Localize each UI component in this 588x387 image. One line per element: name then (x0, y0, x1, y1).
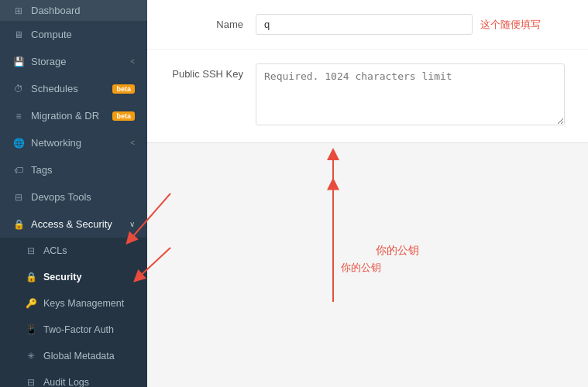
compute-icon: 🖥 (12, 29, 25, 40)
sidebar-item-label: Dashboard (31, 5, 135, 16)
annotations-svg: 你的公钥 (147, 143, 588, 387)
lock-icon: 🔒 (12, 219, 25, 230)
sidebar-item-schedules[interactable]: ⏱ Schedules beta (0, 75, 147, 102)
annotation-area: 你的公钥 (147, 143, 588, 387)
sidebar-item-networking[interactable]: 🌐 Networking < (0, 129, 147, 156)
sidebar-subitem-label: Two-Factor Auth (43, 324, 135, 335)
sidebar-item-security[interactable]: 🔒 Security (0, 264, 147, 290)
form-panel: Name 这个随便填写 Public SSH Key (147, 0, 588, 143)
beta-badge: beta (112, 84, 135, 94)
sidebar-subitem-label: Audit Logs (43, 377, 135, 387)
sidebar-item-keys[interactable]: 🔑 Keys Management (0, 290, 147, 317)
sidebar-subitem-label: Global Metadata (43, 351, 135, 361)
sidebar-subitem-label: Keys Management (43, 298, 135, 309)
sidebar-item-audit[interactable]: ⊟ Audit Logs (0, 369, 147, 387)
sidebar-item-label: Devops Tools (31, 191, 135, 203)
name-input[interactable] (256, 14, 473, 35)
sidebar-item-label: Migration & DR (31, 110, 106, 122)
sidebar-subitem-label: ACLs (43, 245, 135, 256)
migration-icon: ≡ (12, 111, 25, 122)
tags-icon: 🏷 (12, 165, 25, 176)
sidebar-item-label: Access & Security (31, 218, 123, 230)
sidebar-item-twofactor[interactable]: 📱 Two-Factor Auth (0, 317, 147, 343)
ssh-key-row: Public SSH Key (147, 50, 588, 142)
sidebar-item-label: Networking (31, 137, 124, 149)
sidebar-item-label: Tags (31, 164, 135, 176)
ssh-field-wrapper (256, 63, 565, 128)
schedules-icon: ⏱ (12, 84, 25, 94)
storage-icon: 💾 (12, 57, 25, 67)
main-content: Name 这个随便填写 Public SSH Key (147, 0, 588, 387)
devops-icon: ⊟ (12, 192, 25, 203)
beta-badge: beta (112, 111, 135, 121)
acls-icon: ⊟ (25, 245, 37, 256)
sidebar-item-storage[interactable]: 💾 Storage < (0, 48, 147, 75)
svg-text:你的公钥: 你的公钥 (375, 244, 419, 256)
sidebar-item-dashboard[interactable]: ⊞ Dashboard (0, 0, 147, 21)
ssh-key-input[interactable] (256, 63, 565, 125)
sidebar-item-label: Compute (31, 29, 135, 40)
name-hint: 这个随便填写 (480, 18, 541, 32)
name-field-wrapper: 这个随便填写 (256, 14, 565, 35)
name-row: Name 这个随便填写 (147, 0, 588, 50)
chevron-down-icon: ∨ (129, 220, 135, 228)
name-label: Name (170, 14, 256, 30)
sidebar-item-acls[interactable]: ⊟ ACLs (0, 238, 147, 264)
keys-icon: 🔑 (25, 298, 37, 309)
chevron-right-icon: < (130, 57, 135, 66)
sidebar-item-label: Schedules (31, 83, 106, 94)
sidebar-item-compute[interactable]: 🖥 Compute (0, 21, 147, 48)
sidebar-item-label: Storage (31, 56, 124, 67)
sidebar-item-tags[interactable]: 🏷 Tags (0, 156, 147, 183)
sidebar-item-metadata[interactable]: ✳ Global Metadata (0, 343, 147, 369)
sidebar-subitem-label: Security (43, 272, 135, 283)
sidebar-item-access[interactable]: 🔒 Access & Security ∨ (0, 211, 147, 238)
ssh-label: Public SSH Key (170, 63, 256, 80)
sidebar: ⊞ Dashboard 🖥 Compute 💾 Storage < ⏱ Sche… (0, 0, 147, 387)
audit-icon: ⊟ (25, 377, 37, 387)
security-icon: 🔒 (25, 272, 37, 283)
sidebar-item-devops[interactable]: ⊟ Devops Tools (0, 183, 147, 211)
dashboard-icon: ⊞ (12, 5, 25, 16)
networking-icon: 🌐 (12, 138, 25, 149)
chevron-right-icon: < (130, 139, 135, 147)
twofactor-icon: 📱 (25, 324, 37, 335)
sidebar-item-migration[interactable]: ≡ Migration & DR beta (0, 102, 147, 129)
access-submenu: ⊟ ACLs 🔒 Security 🔑 Keys Management 📱 Tw… (0, 238, 147, 387)
metadata-icon: ✳ (25, 351, 37, 361)
